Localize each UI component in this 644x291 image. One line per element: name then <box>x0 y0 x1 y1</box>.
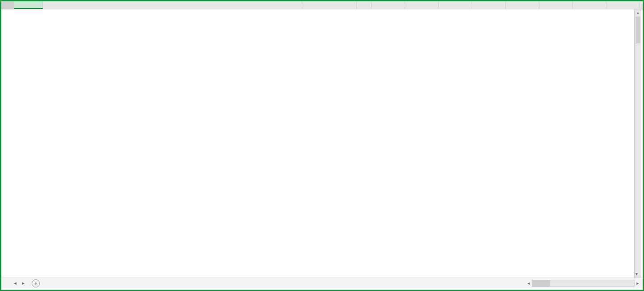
col-header-D[interactable] <box>357 1 372 9</box>
vscroll-thumb[interactable] <box>636 17 640 43</box>
col-header-F[interactable] <box>405 1 439 9</box>
scroll-down-icon[interactable]: ▼ <box>635 270 639 278</box>
col-header-E[interactable] <box>372 1 405 9</box>
col-header-K[interactable] <box>573 1 606 9</box>
add-sheet-button[interactable]: + <box>32 279 40 287</box>
spreadsheet-grid[interactable] <box>1 9 643 275</box>
horizontal-scrollbar[interactable]: ◄ ► <box>532 280 635 287</box>
col-header-L[interactable] <box>606 1 640 9</box>
col-header-I[interactable] <box>506 1 539 9</box>
col-header-C[interactable] <box>302 1 357 9</box>
tab-nav-next-icon[interactable]: ► <box>19 281 27 286</box>
tab-nav-prev-icon[interactable]: ◄ <box>11 281 19 286</box>
col-header-H[interactable] <box>472 1 506 9</box>
scroll-right-icon[interactable]: ► <box>634 280 641 287</box>
col-header-B[interactable] <box>43 1 302 9</box>
select-all-corner[interactable] <box>1 1 14 9</box>
column-header-row <box>1 1 643 9</box>
col-header-G[interactable] <box>439 1 472 9</box>
scroll-up-icon[interactable]: ▲ <box>635 9 641 17</box>
scroll-left-icon[interactable]: ◄ <box>525 280 532 287</box>
hscroll-thumb[interactable] <box>532 280 550 287</box>
sheet-tab-bar: ◄ ► + ◄ ► <box>1 278 643 288</box>
col-header-A[interactable] <box>14 1 43 9</box>
vertical-scrollbar[interactable]: ▲ ▼ <box>634 9 641 278</box>
col-header-J[interactable] <box>539 1 573 9</box>
